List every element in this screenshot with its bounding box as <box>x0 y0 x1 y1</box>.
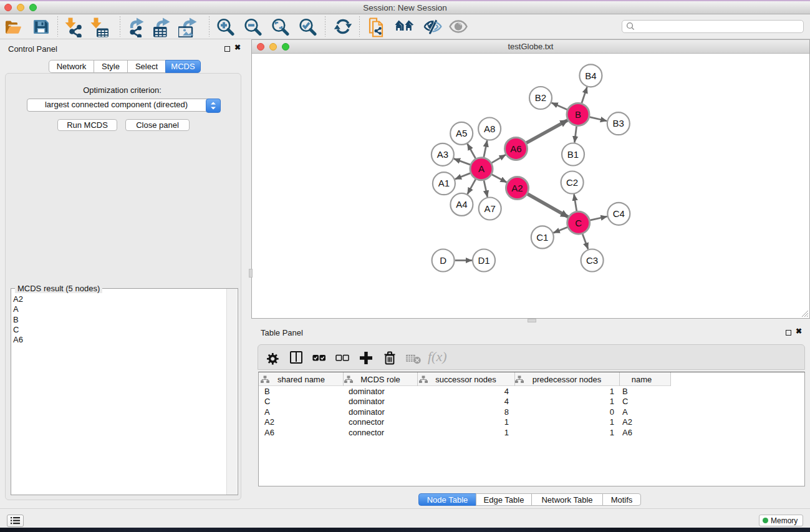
svg-text:C1: C1 <box>536 232 548 243</box>
svg-text:D1: D1 <box>478 255 489 266</box>
svg-text:A1: A1 <box>438 178 450 188</box>
svg-text:A4: A4 <box>456 199 467 210</box>
svg-text:C4: C4 <box>613 208 625 219</box>
svg-text:A5: A5 <box>456 128 467 138</box>
svg-text:A7: A7 <box>485 203 496 214</box>
svg-text:B: B <box>575 109 581 120</box>
svg-text:B4: B4 <box>585 70 596 81</box>
svg-text:B2: B2 <box>535 92 546 103</box>
svg-text:A8: A8 <box>484 123 495 134</box>
svg-text:C2: C2 <box>566 177 578 188</box>
svg-text:B1: B1 <box>567 149 579 160</box>
svg-text:A6: A6 <box>510 143 521 154</box>
svg-text:A3: A3 <box>437 149 448 160</box>
svg-text:A: A <box>478 163 485 174</box>
svg-text:A2: A2 <box>511 183 523 193</box>
svg-text:D: D <box>440 255 446 266</box>
svg-text:B3: B3 <box>613 118 624 128</box>
svg-text:C: C <box>575 218 582 228</box>
svg-text:C3: C3 <box>586 255 598 266</box>
